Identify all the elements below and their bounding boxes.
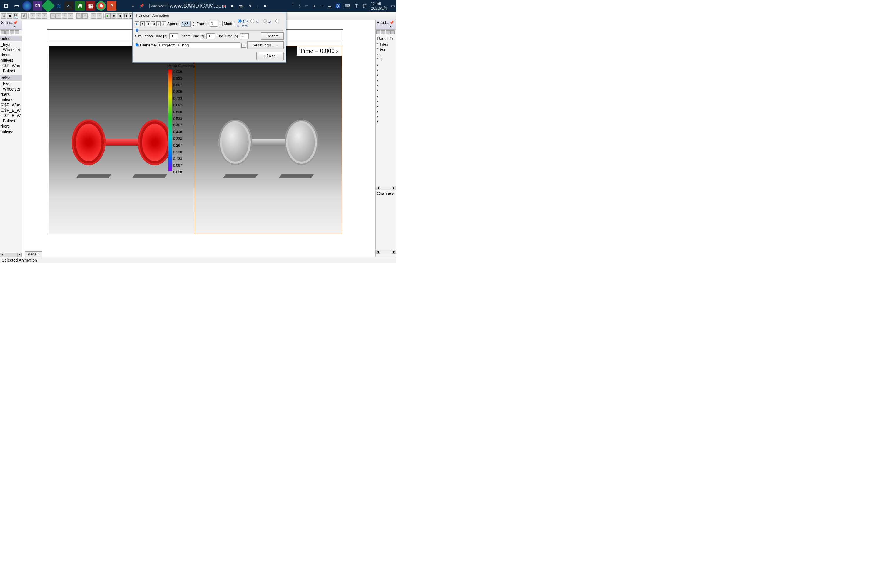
bandicam-pin-icon[interactable]: 📌 — [140, 3, 144, 8]
volume-icon[interactable]: 🕨 — [312, 3, 316, 8]
app-icon[interactable] — [42, 0, 55, 13]
dlg-next-icon[interactable]: ▶ — [156, 21, 160, 26]
stop-icon[interactable]: ■ — [111, 13, 116, 18]
mode-radios[interactable]: �య ○ ⊃ ○ ⊂⊃ — [236, 19, 284, 28]
wifi-icon[interactable]: ⌔ — [321, 3, 323, 8]
starttime-input[interactable] — [206, 33, 215, 39]
tb-j[interactable]: ▫ — [91, 13, 96, 18]
frame-spinner[interactable]: ▲▼ — [219, 21, 222, 27]
simtime-input[interactable] — [170, 33, 178, 39]
endtime-label: End Time [s]: — [216, 34, 239, 38]
ime-pin-icon[interactable]: 拼 — [363, 3, 367, 9]
speed-label: Speed: — [167, 21, 179, 26]
first-icon[interactable]: |◀ — [123, 13, 128, 18]
camera-icon[interactable]: 📷 — [239, 4, 243, 8]
access-icon[interactable]: ♿ — [336, 3, 340, 8]
cloud-icon[interactable]: ☁ — [327, 3, 332, 8]
browse-button[interactable]: … — [242, 43, 246, 48]
view3d-left[interactable]: Time = 0.000 s Mesh Contouring 1 1.0000.… — [48, 46, 195, 234]
result-header: Result Tr — [376, 35, 396, 42]
results-title: Resul… — [377, 21, 390, 29]
ime-zh-icon[interactable]: 中 — [355, 3, 358, 9]
edge-icon[interactable] — [22, 1, 32, 10]
page-tab[interactable]: Page 1 — [25, 252, 42, 256]
tb-k[interactable]: ▫ — [97, 13, 102, 18]
frame-input[interactable] — [210, 21, 218, 27]
tb-new[interactable]: □ — [1, 13, 6, 18]
mode-radio-3[interactable] — [263, 19, 267, 23]
clock[interactable]: 12:562020/5/4 — [371, 1, 387, 10]
play-icon[interactable]: ▶ — [105, 13, 111, 18]
vscode-icon[interactable]: ≋ — [54, 1, 63, 10]
transient-animation-dialog: Transient Animation ▶ ■ ◀ |◀ ▶ ▶| Speed:… — [132, 12, 286, 63]
app2-icon[interactable]: ▦ — [86, 1, 95, 10]
settings-button[interactable]: Settings... — [247, 42, 284, 49]
tb-b[interactable]: ▫ — [36, 13, 41, 18]
mode-radio-2[interactable] — [250, 19, 254, 23]
dlg-prev-icon[interactable]: ◀ — [146, 21, 150, 26]
battery-icon[interactable]: ▭ — [304, 3, 308, 8]
tray-icon[interactable]: ˄ — [292, 3, 294, 8]
onenote-icon[interactable]: EN — [33, 1, 42, 10]
tb-save[interactable]: 💾 — [13, 13, 18, 18]
panel-pin-icon[interactable]: 📌 × — [390, 21, 395, 29]
filename-radio[interactable] — [135, 43, 139, 47]
taskview-icon[interactable]: ▭ — [12, 1, 21, 10]
left-tabicons[interactable] — [0, 30, 22, 35]
dlg-stop-icon[interactable]: ■ — [140, 21, 144, 26]
panel-pin-icon[interactable]: 📌 × — [13, 21, 21, 29]
left-hscroll[interactable]: ◀▶ — [0, 253, 22, 257]
dlg-last-icon[interactable]: ▶| — [162, 21, 166, 26]
close-button[interactable]: Close — [256, 52, 284, 60]
tb-g[interactable]: ▫ — [68, 13, 73, 18]
reset-button[interactable]: Reset — [261, 32, 284, 40]
speed-input[interactable] — [180, 21, 190, 27]
bandicam-sep: | — [257, 4, 258, 8]
wps-icon[interactable]: W — [75, 1, 85, 10]
right-hscroll2[interactable]: ◀▶ — [376, 250, 396, 254]
filename-label: Filename: — [140, 43, 157, 47]
record-button-icon[interactable]: ■ — [231, 4, 233, 8]
tb-a[interactable]: ▫ — [30, 13, 35, 18]
speed-spinner[interactable]: ▲▼ — [192, 21, 195, 27]
prev-icon[interactable]: ◀ — [117, 13, 122, 18]
tb-h[interactable]: ▫ — [76, 13, 82, 18]
start-icon[interactable]: ⊞ — [1, 1, 10, 10]
colorbar-gradient — [168, 70, 172, 171]
rec-icon[interactable]: ● — [224, 4, 226, 8]
keyboard-icon[interactable]: ⌨ — [345, 3, 351, 8]
tb-i[interactable]: ▫ — [82, 13, 88, 18]
notifications-icon[interactable]: ▭ — [391, 3, 395, 8]
tb-d[interactable]: ▫ — [50, 13, 56, 18]
tb-c[interactable]: ▫ — [42, 13, 47, 18]
chrome-icon[interactable] — [96, 1, 106, 10]
mode-radio-4[interactable] — [276, 19, 279, 23]
tb-print[interactable]: ⎙ — [21, 13, 27, 18]
bluetooth-icon[interactable]: ᛒ — [298, 3, 300, 8]
tb-e[interactable]: ▫ — [56, 13, 62, 18]
powerpoint-icon[interactable]: P — [107, 1, 116, 10]
mode1-icon: �య — [242, 20, 247, 24]
endtime-input[interactable] — [240, 33, 249, 39]
dlg-play-icon[interactable]: ▶ — [135, 21, 139, 26]
bandicam-menu-icon[interactable]: ≡ — [132, 3, 134, 8]
colorbar-title: Mesh Contouring 1 — [168, 64, 189, 68]
right-tabicons[interactable] — [376, 30, 396, 35]
results-tree[interactable]: ˅ Files ˅ tes › t ˅ T › › › › › › › › › — [376, 42, 396, 186]
system-tray: ˄ ᛒ ▭ 🕨 ⌔ ☁ ♿ ⌨ 中 拼 12:562020/5/4 ▭ — [292, 1, 395, 10]
filename-input[interactable] — [158, 42, 240, 48]
time-slider[interactable] — [133, 29, 286, 32]
tree-item[interactable]: eelset — [0, 36, 22, 41]
session-tree[interactable]: eelset _Isys _Wheelset rkers mitives ☑$P… — [0, 35, 22, 135]
mode2-icon: ○ — [255, 20, 260, 24]
pen-icon[interactable]: ✎ — [249, 4, 252, 8]
terminal-icon[interactable]: >_ — [64, 1, 74, 10]
view3d-right[interactable]: Time = 0.000 s — [195, 46, 342, 234]
mode3-icon: ⊃ — [267, 20, 272, 24]
bandicam-close-icon[interactable]: ✕ — [263, 4, 267, 8]
tb-open[interactable]: ▣ — [7, 13, 12, 18]
mode-radio-1[interactable] — [238, 19, 242, 23]
dlg-first-icon[interactable]: |◀ — [151, 21, 155, 26]
tb-f[interactable]: ▫ — [62, 13, 68, 18]
right-hscroll[interactable]: ◀▶ — [376, 186, 396, 190]
